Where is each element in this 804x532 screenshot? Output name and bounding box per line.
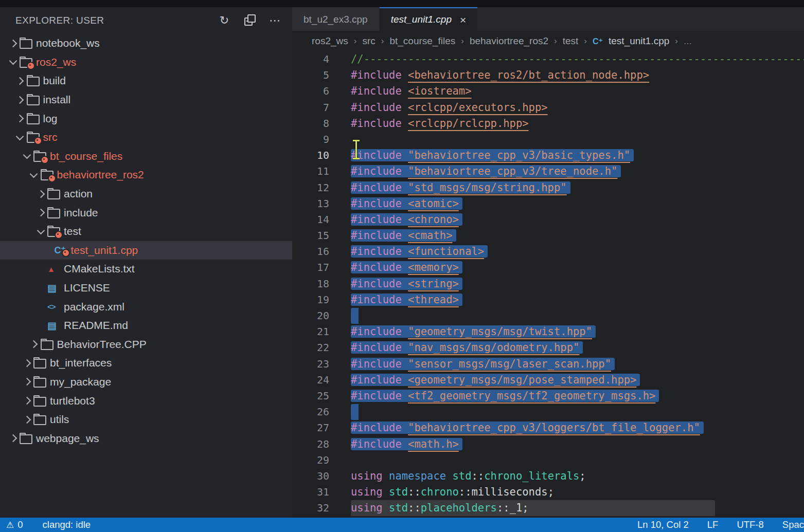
- code-line-22[interactable]: 22#include "nav_msgs/msg/odometry.hpp": [292, 340, 804, 356]
- code-line-9[interactable]: 9: [292, 132, 804, 148]
- code-line-11[interactable]: 11#include "behaviortree_cpp_v3/tree_nod…: [292, 163, 804, 179]
- code-line-content: #include "nav_msgs/msg/odometry.hpp": [351, 340, 583, 356]
- code-line-content: #include "std_msgs/msg/string.hpp": [351, 180, 570, 196]
- code-line-16[interactable]: 16#include <functional>: [292, 244, 804, 260]
- breadcrumb-file[interactable]: test_unit1.cpp: [609, 35, 669, 47]
- tree-item-build[interactable]: build: [0, 71, 292, 90]
- close-icon[interactable]: ×: [460, 14, 466, 25]
- selection-highlight: [351, 308, 359, 324]
- code-line-29[interactable]: 29: [292, 452, 804, 468]
- code-line-7[interactable]: 7#include <rclcpp/executors.hpp>: [292, 100, 804, 116]
- code-line-13[interactable]: 13#include <atomic>: [292, 196, 804, 212]
- code-line-10[interactable]: 10#include "behaviortree_cpp_v3/basic_ty…: [292, 148, 804, 163]
- code-line-content: #include "behaviortree_cpp_v3/tree_node.…: [351, 163, 621, 179]
- tab-test-unit1-cpp[interactable]: test_unit1.cpp×: [380, 7, 478, 31]
- code-line-27[interactable]: 27#include "behaviortree_cpp_v3/loggers/…: [292, 420, 804, 436]
- breadcrumb-item-behaviortree_ros2[interactable]: behaviortree_ros2: [470, 35, 548, 47]
- clangd-status[interactable]: clangd: idle: [43, 519, 91, 530]
- tree-item-package-xml[interactable]: <>package.xml: [0, 297, 292, 316]
- code-line-5[interactable]: 5#include <behaviortree_ros2/bt_action_n…: [292, 67, 804, 83]
- code-line-32[interactable]: 32using std::placeholders::_1;: [292, 500, 804, 516]
- tree-item-label: notebook_ws: [36, 37, 100, 49]
- tree-item-my-package[interactable]: my_package: [0, 373, 292, 392]
- tree-item-test-unit1-cpp[interactable]: C⁺test_unit1.cpp: [0, 241, 292, 260]
- collapse-folders-icon[interactable]: [243, 14, 256, 27]
- gutter-line-number: 14: [292, 212, 329, 228]
- code-line-23[interactable]: 23#include "sensor_msgs/msg/laser_scan.h…: [292, 356, 804, 372]
- encoding-indicator[interactable]: UTF-8: [737, 519, 763, 530]
- tree-item-notebook-ws[interactable]: notebook_ws: [0, 34, 292, 53]
- code-line-12[interactable]: 12#include "std_msgs/msg/string.hpp": [292, 180, 804, 196]
- tree-item-test[interactable]: test: [0, 222, 292, 241]
- code-line-content: #include "behaviortree_cpp_v3/basic_type…: [351, 148, 634, 163]
- problems-indicator[interactable]: ⚠ 0: [6, 519, 23, 530]
- selection-highlight: #include <thread>: [351, 293, 462, 306]
- indentation-indicator[interactable]: Spac: [782, 519, 804, 530]
- file-tree: notebook_wsros2_wsbuildinstalllogsrcbt_c…: [0, 34, 292, 518]
- tree-item-cmakelists-txt[interactable]: ▲CMakeLists.txt: [0, 260, 292, 279]
- code-line-18[interactable]: 18#include <string>: [292, 276, 804, 292]
- tree-item-utils[interactable]: utils: [0, 410, 292, 429]
- breadcrumb-item-bt_course_files[interactable]: bt_course_files: [389, 35, 455, 47]
- code-line-8[interactable]: 8#include <rclcpp/rclcpp.hpp>: [292, 116, 804, 132]
- code-line-24[interactable]: 24#include <geometry_msgs/msg/pose_stamp…: [292, 372, 804, 388]
- tree-item-log[interactable]: log: [0, 109, 292, 128]
- tree-item-turtlebot3[interactable]: turtlebot3: [0, 391, 292, 410]
- tree-item-behaviortree-ros2[interactable]: behaviortree_ros2: [0, 166, 292, 185]
- cursor-position[interactable]: Ln 10, Col 2: [637, 519, 689, 530]
- tree-item-bt-interfaces[interactable]: bt_interfaces: [0, 354, 292, 373]
- breadcrumb-item-ros2_ws[interactable]: ros2_ws: [312, 35, 348, 47]
- tab-bt-u2-ex3-cpp[interactable]: bt_u2_ex3.cpp: [292, 7, 379, 31]
- tree-item-install[interactable]: install: [0, 90, 292, 109]
- explorer-actions: ↻ ⋯: [218, 14, 281, 27]
- chevron-right-icon: [6, 41, 20, 46]
- chevron-right-icon: [13, 78, 27, 84]
- tree-item-ros2-ws[interactable]: ros2_ws: [0, 53, 292, 72]
- gutter-line-number: 30: [292, 468, 329, 484]
- tree-item-src[interactable]: src: [0, 128, 292, 147]
- code-line-17[interactable]: 17#include <memory>: [292, 260, 804, 276]
- breadcrumb: ros2_ws›src›bt_course_files›behaviortree…: [292, 31, 804, 51]
- tree-item-readme-md[interactable]: ▤README.md: [0, 316, 292, 335]
- tree-item-bt-course-files[interactable]: bt_course_files: [0, 147, 292, 166]
- code-line-20[interactable]: 20: [292, 308, 804, 324]
- code-line-19[interactable]: 19#include <thread>: [292, 292, 804, 308]
- code-line-26[interactable]: 26: [292, 404, 804, 420]
- code-line-25[interactable]: 25#include <tf2_geometry_msgs/tf2_geomet…: [292, 388, 804, 404]
- code-line-15[interactable]: 15#include <cmath>: [292, 228, 804, 244]
- tree-item-behaviortree-cpp[interactable]: BehaviorTree.CPP: [0, 335, 292, 354]
- code-line-31[interactable]: 31using std::chrono::milliseconds;: [292, 484, 804, 500]
- code-line-content: [351, 404, 359, 420]
- folder-icon: [33, 395, 50, 407]
- chevron-down-icon: [13, 136, 27, 139]
- tree-item-webpage-ws[interactable]: webpage_ws: [0, 429, 292, 448]
- code-line-content: #include <string>: [351, 276, 462, 292]
- eol-indicator[interactable]: LF: [707, 519, 719, 530]
- code-line-28[interactable]: 28#include <math.h>: [292, 436, 804, 452]
- gutter-line-number: 21: [292, 324, 329, 340]
- tree-item-action[interactable]: action: [0, 185, 292, 204]
- code-line-6[interactable]: 6#include <iostream>: [292, 83, 804, 99]
- selection-highlight: #include <memory>: [351, 261, 462, 273]
- code-line-30[interactable]: 30using namespace std::chrono_literals;: [292, 468, 804, 484]
- breadcrumb-separator: ›: [675, 36, 678, 46]
- code-line-4[interactable]: 4//-------------------------------------…: [292, 51, 804, 67]
- chevron-down-icon: [34, 230, 47, 233]
- tree-item-label: test_unit1.cpp: [71, 244, 138, 256]
- tree-item-label: action: [64, 188, 93, 200]
- code-editor[interactable]: 4//-------------------------------------…: [292, 51, 804, 518]
- more-actions-icon[interactable]: ⋯: [269, 15, 281, 26]
- folder-icon: [47, 226, 64, 237]
- breadcrumb-ellipsis[interactable]: ...: [684, 35, 692, 47]
- breadcrumb-separator: ›: [554, 36, 557, 46]
- refresh-explorer-icon[interactable]: ↻: [218, 15, 230, 26]
- tree-item-license[interactable]: ▤LICENSE: [0, 279, 292, 298]
- code-line-14[interactable]: 14#include <chrono>: [292, 212, 804, 228]
- breadcrumb-item-test[interactable]: test: [563, 35, 579, 47]
- selection-highlight: #include "behaviortree_cpp_v3/tree_node.…: [351, 165, 621, 177]
- selection-highlight: #include "nav_msgs/msg/odometry.hpp": [351, 341, 583, 354]
- breadcrumb-item-src[interactable]: src: [362, 35, 375, 47]
- code-line-content: #include <chrono>: [351, 212, 462, 228]
- tree-item-include[interactable]: include: [0, 203, 292, 222]
- code-line-21[interactable]: 21#include "geometry_msgs/msg/twist.hpp": [292, 324, 804, 340]
